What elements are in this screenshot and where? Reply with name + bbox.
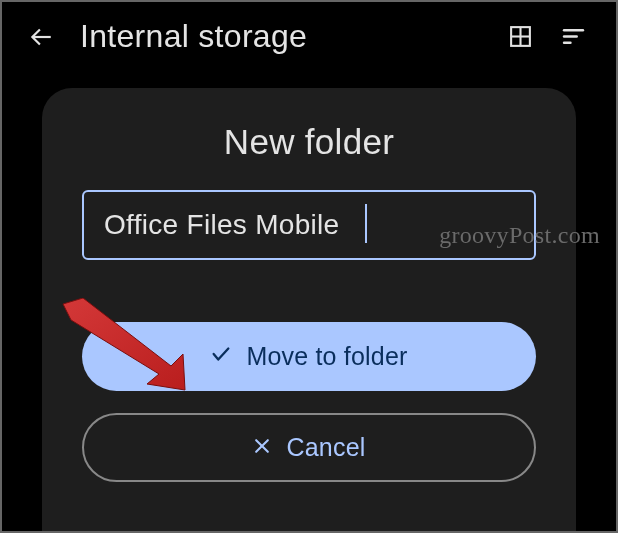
close-icon — [252, 433, 272, 462]
folder-name-input[interactable] — [82, 190, 536, 260]
check-icon — [210, 342, 232, 371]
sort-icon[interactable] — [561, 24, 586, 49]
grid-view-icon[interactable] — [508, 24, 533, 49]
move-to-folder-button[interactable]: Move to folder — [82, 322, 536, 391]
back-arrow-icon[interactable] — [28, 24, 54, 50]
input-container — [82, 190, 536, 260]
secondary-button-label: Cancel — [286, 433, 365, 462]
new-folder-dialog: New folder Move to folder Cancel — [42, 88, 576, 533]
primary-button-label: Move to folder — [246, 342, 407, 371]
app-header: Internal storage — [0, 0, 618, 73]
cancel-button[interactable]: Cancel — [82, 413, 536, 482]
header-actions — [508, 24, 586, 49]
page-title: Internal storage — [80, 18, 482, 55]
text-cursor — [365, 204, 367, 243]
dialog-title: New folder — [82, 122, 536, 162]
